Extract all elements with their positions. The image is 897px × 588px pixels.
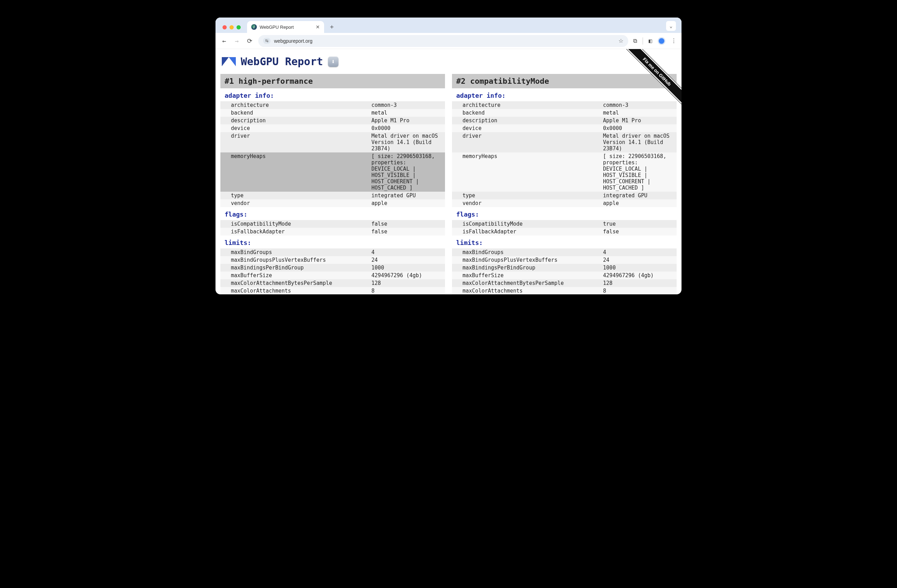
toolbar-divider xyxy=(643,37,643,44)
table-row: vendorapple xyxy=(452,199,677,207)
table-row: vendorapple xyxy=(220,199,445,207)
row-value: apple xyxy=(600,199,677,207)
row-key: architecture xyxy=(220,101,369,109)
row-key: memoryHeaps xyxy=(452,152,600,192)
row-key: maxColorAttachments xyxy=(220,287,369,294)
row-value: 24 xyxy=(369,256,445,264)
row-value: 1000 xyxy=(369,264,445,272)
table-row: backendmetal xyxy=(220,109,445,117)
row-value: integrated GPU xyxy=(369,192,445,199)
row-key: isFallbackAdapter xyxy=(452,228,600,236)
row-value: Apple M1 Pro xyxy=(369,117,445,124)
table-row: descriptionApple M1 Pro xyxy=(220,117,445,124)
row-key: type xyxy=(220,192,369,199)
row-value: Metal driver on macOS Version 14.1 (Buil… xyxy=(369,132,445,152)
row-key: backend xyxy=(452,109,600,117)
row-key: memoryHeaps xyxy=(220,152,369,192)
adapter-panel: #1 high-performanceadapter info:architec… xyxy=(220,74,445,294)
section-heading: adapter info: xyxy=(220,88,445,101)
row-value: 0x0000 xyxy=(369,124,445,132)
table-row: memoryHeaps[ size: 22906503168, properti… xyxy=(220,152,445,192)
tabs-menu-button[interactable]: ⌄ xyxy=(666,21,676,31)
toolbar-right: ⧉ ◧ ⋮ xyxy=(633,37,677,45)
browser-tab[interactable]: i WebGPU Report ✕ xyxy=(247,21,324,33)
row-value: integrated GPU xyxy=(600,192,677,199)
panel-heading: #2 compatibilityMode xyxy=(452,74,677,88)
table-row: maxBufferSize4294967296 (4gb) xyxy=(220,272,445,279)
row-key: vendor xyxy=(220,199,369,207)
table-row: driverMetal driver on macOS Version 14.1… xyxy=(220,132,445,152)
table-row: architecturecommon-3 xyxy=(220,101,445,109)
tab-close-button[interactable]: ✕ xyxy=(316,24,320,30)
browser-window: i WebGPU Report ✕ ＋ ⌄ ← → ⟳ ⇆ webgpurepo… xyxy=(216,17,681,294)
row-value: metal xyxy=(600,109,677,117)
row-value: metal xyxy=(369,109,445,117)
row-key: type xyxy=(452,192,600,199)
table-row: maxBindingsPerBindGroup1000 xyxy=(452,264,677,272)
kv-table: isCompatibilityModefalseisFallbackAdapte… xyxy=(220,220,445,236)
forward-button[interactable]: → xyxy=(233,37,241,44)
row-value: 4294967296 (4gb) xyxy=(369,272,445,279)
address-bar[interactable]: ⇆ webgpureport.org ☆ xyxy=(258,35,628,47)
site-info-icon[interactable]: ⇆ xyxy=(263,38,271,44)
row-value: [ size: 22906503168, properties: DEVICE_… xyxy=(600,152,677,192)
table-row: maxBindingsPerBindGroup1000 xyxy=(220,264,445,272)
favicon-icon: i xyxy=(251,24,257,30)
row-key: maxBindingsPerBindGroup xyxy=(452,264,600,272)
download-icon[interactable]: ⬇ xyxy=(328,57,338,67)
row-key: architecture xyxy=(452,101,600,109)
row-key: maxBufferSize xyxy=(220,272,369,279)
row-key: backend xyxy=(220,109,369,117)
kv-table: maxBindGroups4maxBindGroupsPlusVertexBuf… xyxy=(220,248,445,294)
section-heading: adapter info: xyxy=(452,88,677,101)
table-row: descriptionApple M1 Pro xyxy=(452,117,677,124)
webgpu-logo-icon xyxy=(222,57,236,67)
row-key: description xyxy=(452,117,600,124)
table-row: maxBindGroups4 xyxy=(220,248,445,256)
table-row: device0x0000 xyxy=(220,124,445,132)
row-value: true xyxy=(600,220,677,228)
table-row: typeintegrated GPU xyxy=(220,192,445,199)
section-heading: flags: xyxy=(220,207,445,220)
row-value: 1000 xyxy=(600,264,677,272)
row-value: 4 xyxy=(600,248,677,256)
row-key: maxBindGroups xyxy=(220,248,369,256)
row-value: 24 xyxy=(600,256,677,264)
row-key: maxBindingsPerBindGroup xyxy=(220,264,369,272)
bookmark-star-icon[interactable]: ☆ xyxy=(618,37,623,44)
back-button[interactable]: ← xyxy=(220,37,228,44)
table-row: isFallbackAdapterfalse xyxy=(220,228,445,236)
row-value: 0x0000 xyxy=(600,124,677,132)
section-heading: limits: xyxy=(452,236,677,248)
reload-button[interactable]: ⟳ xyxy=(246,37,253,44)
table-row: isFallbackAdapterfalse xyxy=(452,228,677,236)
row-value: 8 xyxy=(600,287,677,294)
kv-table: isCompatibilityModetrueisFallbackAdapter… xyxy=(452,220,677,236)
row-value: 128 xyxy=(600,279,677,287)
maximize-window-button[interactable] xyxy=(237,25,241,29)
row-value: common-3 xyxy=(369,101,445,109)
row-key: device xyxy=(452,124,600,132)
table-row: maxBufferSize4294967296 (4gb) xyxy=(452,272,677,279)
table-row: backendmetal xyxy=(452,109,677,117)
row-key: isCompatibilityMode xyxy=(452,220,600,228)
row-value: common-3 xyxy=(600,101,677,109)
minimize-window-button[interactable] xyxy=(230,25,234,29)
table-row: maxBindGroupsPlusVertexBuffers24 xyxy=(452,256,677,264)
row-value: 4294967296 (4gb) xyxy=(600,272,677,279)
profile-avatar[interactable] xyxy=(658,37,665,45)
new-tab-button[interactable]: ＋ xyxy=(327,22,337,32)
kebab-menu-icon[interactable]: ⋮ xyxy=(671,37,677,44)
row-value: false xyxy=(600,228,677,236)
extensions-icon[interactable]: ⧉ xyxy=(633,37,637,44)
close-window-button[interactable] xyxy=(222,25,227,29)
row-value: Apple M1 Pro xyxy=(600,117,677,124)
row-value: Metal driver on macOS Version 14.1 (Buil… xyxy=(600,132,677,152)
panel-heading: #1 high-performance xyxy=(220,74,445,88)
row-value: false xyxy=(369,220,445,228)
sidepanel-icon[interactable]: ◧ xyxy=(649,37,652,44)
table-row: maxBindGroupsPlusVertexBuffers24 xyxy=(220,256,445,264)
table-row: architecturecommon-3 xyxy=(452,101,677,109)
tab-strip: i WebGPU Report ✕ ＋ ⌄ xyxy=(216,17,681,33)
panels-row: #1 high-performanceadapter info:architec… xyxy=(216,74,681,294)
